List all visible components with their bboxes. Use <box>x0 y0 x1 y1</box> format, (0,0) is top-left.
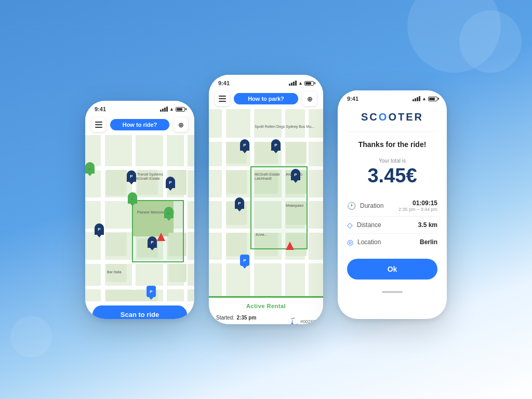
status-icons-2: ▲ <box>289 81 314 86</box>
total-amount: 3.45€ <box>367 165 417 187</box>
detail-left-duration: 🕐 Duration <box>347 202 383 210</box>
location-button-1[interactable]: ⊕ <box>174 117 188 132</box>
map-label-leich: Leichhardt <box>255 177 272 180</box>
detail-left-location: ◎ Location <box>347 238 381 246</box>
phones-container: 9:41 ▲ How to ride? ⊕ <box>85 75 447 324</box>
map-label-memorial: Мемориал <box>286 204 303 207</box>
rental-card: Active Rental Started: 2:35 pm Duration:… <box>209 296 323 324</box>
map-area-2: Spoilt Rotten Dogs Sydney Bus Mu... McGr… <box>209 109 323 296</box>
scooter-pin-2: 🛴 <box>128 192 137 204</box>
status-bar-3: 9:41 ▲ <box>338 90 447 104</box>
map-label-bus: McGrath Estate <box>135 177 160 180</box>
signal-icon-1 <box>160 107 168 112</box>
location-val: Berlin <box>420 238 437 246</box>
how-to-badge-2[interactable]: How to park? <box>234 93 298 104</box>
ok-button[interactable]: Ok <box>347 259 437 280</box>
wifi-icon-3: ▲ <box>422 96 427 101</box>
clock-icon: 🕐 <box>347 202 356 210</box>
duration-key: Duration <box>360 202 383 209</box>
location-button-2[interactable]: ⊕ <box>302 91 317 106</box>
time-1: 9:41 <box>95 106 106 112</box>
parking-pin-2b: P <box>271 139 281 151</box>
parking-pin-blue-2: P <box>240 255 249 266</box>
location-icon: ◎ <box>347 238 353 246</box>
bg-decoration-2 <box>459 10 522 73</box>
divider-1 <box>347 131 437 132</box>
phone-2: 9:41 ▲ How to park? ⊕ <box>209 75 323 324</box>
detail-row-duration: 🕐 Duration 01:09:15 2:35 pm – 3:44 pm <box>347 195 437 217</box>
parking-pin-2a: P <box>240 139 249 151</box>
scan-to-ride-button[interactable]: Scan to ride <box>92 305 187 319</box>
scooter-icon: 🛴 <box>290 317 299 324</box>
parking-pin-1c: P <box>148 236 157 248</box>
status-icons-1: ▲ <box>160 107 185 112</box>
parking-pin-2d: P <box>235 197 244 209</box>
status-bar-2: 9:41 ▲ <box>209 75 323 88</box>
map-label-alle: Алле... <box>256 233 268 236</box>
started-value: 2:35 pm <box>236 315 256 321</box>
parking-pin-1a: P <box>95 223 104 235</box>
menu-button-1[interactable] <box>91 117 106 132</box>
wifi-icon-2: ▲ <box>298 81 303 86</box>
menu-button-2[interactable] <box>215 91 230 106</box>
map-label-sydney: Sydney Bus Mu... <box>286 125 314 128</box>
parking-pin-1b: P <box>127 170 136 182</box>
wifi-icon-1: ▲ <box>169 107 174 112</box>
distance-val: 3.5 km <box>418 221 437 229</box>
duration-sub: 2:35 pm – 3:44 pm <box>398 207 437 212</box>
map-label-mcgrath2: McGrath Estate <box>255 172 280 176</box>
parking-pin-1d: P <box>166 177 175 188</box>
rental-title: Active Rental <box>216 303 316 309</box>
scooter-location-marker-2 <box>286 242 294 250</box>
status-bar-1: 9:41 ▲ <box>85 101 194 114</box>
signal-icon-3 <box>413 96 420 101</box>
scooter-id: 🛴 #00265 <box>290 317 316 324</box>
map-area-1: Transit Systems McGrath Estate Pioneer M… <box>85 135 194 301</box>
app-logo: SCOOTER <box>361 111 423 123</box>
scooter-pin-3: 🛴 <box>85 162 95 174</box>
status-icons-3: ▲ <box>413 96 437 101</box>
parking-pin-blue: P <box>147 286 156 297</box>
battery-icon-2 <box>304 81 314 86</box>
screen-header-2: How to park? ⊕ <box>209 88 323 109</box>
map-label-transit: Transit Systems <box>137 172 163 176</box>
screen-header-1: How to ride? ⊕ <box>85 114 194 135</box>
logo-text-sc: SC <box>361 111 379 123</box>
battery-icon-3 <box>428 97 437 101</box>
scooter-pin-1: 🛴 <box>164 207 174 218</box>
location-key: Location <box>357 238 381 246</box>
time-3: 9:41 <box>347 96 358 102</box>
how-to-badge-1[interactable]: How to ride? <box>110 119 169 130</box>
time-2: 9:41 <box>218 80 230 86</box>
detail-row-location: ◎ Location Berlin <box>347 234 437 250</box>
rental-started: Started: 2:35 pm Duration: 02:34:15 <box>216 312 260 324</box>
started-label: Started: <box>216 315 234 321</box>
map-label-bar: Bar Italia <box>107 270 122 274</box>
bg-decoration-3 <box>10 316 52 357</box>
phone-3: 9:41 ▲ SCOOTER Thanks for the ride! <box>338 90 447 319</box>
crosshair-icon-1: ⊕ <box>178 121 184 129</box>
scooter-location-marker-1 <box>157 233 165 241</box>
total-label: Your total is <box>379 158 406 164</box>
phone-1: 9:41 ▲ How to ride? ⊕ <box>85 101 194 319</box>
thanks-message: Thanks for the ride! <box>358 140 427 149</box>
rental-info-row: Started: 2:35 pm Duration: 02:34:15 🛴 #0… <box>216 312 316 324</box>
map-label-spoilt: Spoilt Rotten Dogs <box>255 125 285 128</box>
home-indicator-3 <box>382 291 403 293</box>
detail-row-distance: ◇ Distance 3.5 km <box>347 217 437 234</box>
duration-right: 01:09:15 2:35 pm – 3:44 pm <box>398 200 437 212</box>
parking-pin-2c: P <box>291 169 300 180</box>
logo-dot: O <box>379 111 389 123</box>
signal-icon-2 <box>289 81 297 86</box>
battery-icon-1 <box>176 107 185 112</box>
distance-key: Distance <box>357 221 381 229</box>
detail-left-distance: ◇ Distance <box>347 221 381 229</box>
receipt-screen: SCOOTER Thanks for the ride! Your total … <box>338 104 447 287</box>
logo-text-oter: OTER <box>388 111 423 123</box>
duration-val: 01:09:15 <box>398 200 437 207</box>
diamond-icon: ◇ <box>347 221 353 229</box>
crosshair-icon-2: ⊕ <box>307 95 313 103</box>
